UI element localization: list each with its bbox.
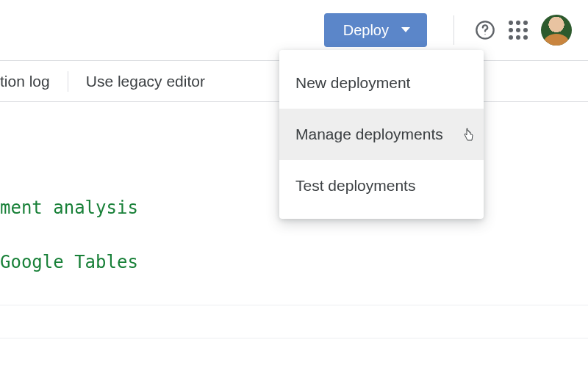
caret-down-icon (401, 26, 411, 34)
help-button[interactable] (475, 20, 495, 40)
menu-item-test-deployments[interactable]: Test deployments (279, 160, 484, 211)
menu-item-label: Manage deployments (295, 126, 443, 143)
pointer-cursor-icon (463, 128, 475, 141)
apps-icon-dot (509, 21, 513, 25)
deploy-button-label: Deploy (343, 22, 389, 39)
avatar[interactable] (541, 15, 572, 46)
divider (453, 15, 454, 45)
svg-point-1 (484, 34, 485, 35)
divider (0, 305, 588, 305)
menu-item-manage-deployments[interactable]: Manage deployments (279, 109, 484, 160)
menu-item-label: Test deployments (295, 177, 415, 195)
apps-button[interactable] (509, 21, 528, 40)
execution-log-tab[interactable]: tion log (0, 73, 68, 90)
code-text: Google Tables (0, 252, 588, 272)
use-legacy-editor-link[interactable]: Use legacy editor (68, 73, 223, 90)
help-icon (475, 19, 495, 41)
deploy-button[interactable]: Deploy (324, 13, 427, 47)
deploy-menu: New deployment Manage deployments Test d… (279, 50, 484, 219)
menu-item-label: New deployment (295, 74, 410, 92)
divider (0, 338, 588, 338)
menu-item-new-deployment[interactable]: New deployment (279, 57, 484, 109)
